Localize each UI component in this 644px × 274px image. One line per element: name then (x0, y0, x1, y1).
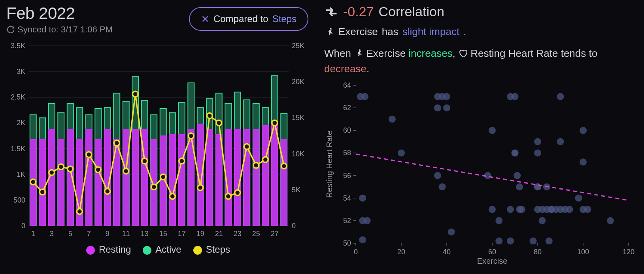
svg-point-98 (198, 185, 203, 190)
svg-rect-79 (281, 139, 287, 226)
svg-text:56: 56 (343, 172, 351, 180)
svg-text:7: 7 (87, 230, 91, 238)
svg-rect-27 (39, 139, 45, 226)
svg-point-81 (40, 189, 45, 195)
svg-point-194 (530, 237, 537, 244)
svg-point-104 (253, 163, 259, 168)
compare-prefix: Compared to (213, 13, 268, 24)
svg-point-169 (434, 172, 441, 179)
svg-text:10K: 10K (292, 150, 304, 158)
svg-text:15K: 15K (292, 114, 304, 122)
running-icon (354, 49, 363, 58)
svg-point-97 (188, 133, 194, 139)
svg-point-166 (443, 93, 450, 100)
svg-point-82 (49, 170, 55, 175)
svg-text:9: 9 (106, 230, 110, 238)
svg-text:1.5K: 1.5K (11, 145, 25, 153)
svg-text:50: 50 (343, 239, 351, 247)
svg-point-106 (272, 120, 278, 126)
steps-dot-icon (193, 246, 202, 255)
svg-point-99 (207, 113, 212, 118)
svg-point-92 (142, 158, 147, 164)
svg-point-87 (95, 167, 101, 173)
svg-text:13: 13 (141, 230, 149, 238)
svg-text:27: 27 (271, 230, 279, 238)
svg-text:52: 52 (343, 217, 351, 225)
svg-point-190 (534, 183, 541, 190)
svg-text:5K: 5K (292, 186, 300, 194)
close-icon[interactable] (201, 15, 210, 23)
svg-point-205 (566, 206, 573, 213)
svg-rect-47 (132, 129, 138, 226)
impact-has: has (382, 26, 398, 38)
sync-time: 3/17 1:06 PM (61, 24, 113, 35)
svg-text:2K: 2K (17, 119, 25, 127)
svg-text:0: 0 (354, 248, 358, 256)
svg-text:Exercise: Exercise (477, 257, 508, 265)
svg-text:20: 20 (397, 248, 405, 256)
svg-rect-57 (179, 134, 185, 226)
svg-point-96 (179, 158, 185, 164)
svg-point-168 (434, 104, 441, 111)
svg-text:2.5K: 2.5K (11, 93, 25, 101)
svg-point-188 (534, 149, 541, 156)
svg-text:Resting Heart Rate: Resting Heart Rate (325, 131, 334, 198)
svg-point-167 (443, 104, 450, 111)
chart-legend: Resting Active Steps (6, 244, 310, 255)
svg-text:80: 80 (534, 248, 542, 256)
svg-point-80 (30, 179, 36, 185)
svg-text:23: 23 (234, 230, 242, 238)
heart-icon (458, 49, 468, 58)
svg-point-211 (607, 217, 614, 224)
svg-point-123 (359, 49, 361, 51)
svg-text:25: 25 (252, 230, 260, 238)
svg-text:15: 15 (159, 230, 167, 238)
running-icon (324, 27, 334, 37)
svg-text:3K: 3K (17, 68, 25, 75)
svg-point-185 (518, 206, 525, 213)
svg-text:62: 62 (343, 104, 351, 112)
daily-chart: 05001K1.5K2K2.5K3K3.5K05K10K15K20K25K135… (6, 42, 310, 241)
svg-rect-39 (95, 139, 101, 226)
svg-point-90 (123, 168, 129, 174)
correlation-panel: -0.27 Correlation Exercise has slight im… (316, 0, 644, 274)
svg-point-89 (114, 140, 119, 146)
svg-point-160 (364, 217, 371, 224)
svg-text:120: 120 (623, 248, 635, 256)
svg-point-201 (557, 138, 564, 145)
svg-text:60: 60 (343, 126, 351, 134)
sync-prefix: Synced to: (17, 24, 59, 35)
legend-active: Active (143, 244, 181, 255)
svg-rect-65 (216, 134, 222, 226)
svg-point-101 (225, 193, 231, 199)
svg-text:5: 5 (68, 230, 72, 238)
svg-point-199 (546, 237, 553, 244)
svg-point-100 (216, 120, 222, 126)
svg-text:11: 11 (122, 230, 130, 238)
active-dot-icon (143, 246, 151, 255)
scatter-chart-svg: 5052545658606264020406080100120ExerciseR… (324, 81, 636, 267)
svg-point-95 (170, 193, 175, 199)
compare-pill[interactable]: Compared to Steps (189, 7, 308, 31)
svg-point-161 (359, 236, 366, 243)
svg-point-181 (514, 172, 521, 179)
correlation-value: -0.27 (343, 4, 374, 19)
svg-point-171 (448, 228, 455, 235)
svg-point-174 (489, 206, 496, 213)
svg-point-83 (58, 164, 64, 169)
svg-text:17: 17 (178, 230, 186, 238)
svg-text:40: 40 (443, 248, 451, 256)
svg-point-94 (161, 174, 166, 180)
svg-text:58: 58 (343, 149, 351, 157)
impact-subject: Exercise (338, 26, 378, 38)
svg-point-176 (495, 237, 502, 244)
svg-point-103 (244, 144, 249, 149)
svg-point-86 (86, 152, 92, 157)
svg-text:20K: 20K (292, 78, 304, 86)
svg-text:60: 60 (488, 248, 496, 256)
arrows-opposite-icon (324, 5, 338, 19)
svg-point-209 (584, 206, 591, 213)
svg-text:19: 19 (196, 230, 204, 238)
svg-point-178 (512, 93, 519, 100)
svg-point-157 (361, 93, 368, 100)
